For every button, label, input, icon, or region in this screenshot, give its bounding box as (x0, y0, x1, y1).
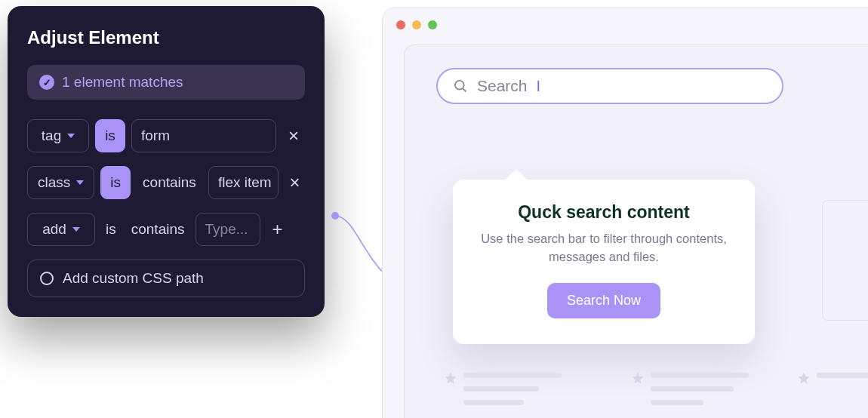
custom-css-label: Add custom CSS path (63, 270, 204, 287)
popover-title: Quck search content (477, 202, 731, 223)
text-cursor-icon: I (537, 78, 541, 95)
star-icon (797, 371, 811, 385)
maximize-dot-icon[interactable] (428, 20, 437, 29)
window-controls (383, 8, 868, 41)
skeleton-line (651, 386, 734, 392)
search-placeholder: Search (477, 77, 528, 95)
search-now-button[interactable]: Search Now (547, 283, 660, 318)
star-icon (444, 371, 457, 385)
match-status-pill: ✓ 1 element matches (27, 65, 305, 100)
minimize-dot-icon[interactable] (412, 20, 421, 29)
attr-value: class (38, 174, 70, 191)
chevron-down-icon (72, 227, 80, 232)
skeleton-line (463, 373, 562, 378)
operator-chip[interactable]: is (100, 166, 131, 199)
attr-dropdown[interactable]: class (27, 166, 94, 199)
adjust-element-panel: Adjust Element ✓ 1 element matches tag i… (8, 6, 325, 317)
skeleton-line (817, 373, 868, 378)
skeleton-line (463, 400, 524, 405)
skeleton-line (651, 400, 703, 405)
panel-title: Adjust Element (27, 27, 305, 48)
operator-chip[interactable]: is (101, 213, 121, 246)
skeleton-line (463, 386, 539, 392)
search-icon (453, 78, 468, 94)
chevron-down-icon (67, 134, 75, 138)
content-area: Search I Quck search content Use the sea… (404, 45, 868, 418)
operator-chip[interactable]: is (95, 119, 125, 152)
rule-row: add is contains Type... + (27, 213, 305, 246)
svg-line-3 (463, 88, 466, 91)
skeleton-line (651, 373, 749, 378)
chevron-down-icon (76, 180, 84, 185)
svg-point-2 (455, 81, 464, 90)
svg-point-0 (331, 212, 339, 220)
rule-row: class is contains flex item × (27, 166, 305, 199)
remove-rule-button[interactable]: × (285, 166, 305, 199)
attr-dropdown[interactable]: tag (27, 119, 89, 152)
star-icon (631, 371, 645, 385)
skeleton-card (822, 200, 868, 321)
add-rule-button[interactable]: + (266, 213, 289, 246)
popover-description: Use the search bar to filter through con… (477, 230, 731, 266)
radio-icon (40, 272, 54, 285)
remove-rule-button[interactable]: × (282, 119, 305, 152)
attr-dropdown[interactable]: add (27, 213, 95, 246)
match-status-text: 1 element matches (62, 74, 183, 91)
search-input[interactable]: Search I (436, 68, 783, 104)
rule-row: tag is form × (27, 119, 305, 152)
browser-window: Search I Quck search content Use the sea… (382, 8, 868, 418)
attr-value: add (42, 221, 66, 238)
match-mode[interactable]: contains (137, 166, 202, 199)
add-custom-css-path-button[interactable]: Add custom CSS path (27, 260, 305, 297)
check-icon: ✓ (39, 75, 54, 90)
close-dot-icon[interactable] (396, 20, 405, 29)
value-input[interactable]: flex item (208, 166, 279, 199)
attr-value: tag (42, 128, 61, 144)
search-popover: Quck search content Use the search bar t… (453, 180, 755, 344)
value-input[interactable]: Type... (195, 213, 260, 246)
match-mode[interactable]: contains (127, 213, 189, 246)
value-input[interactable]: form (131, 119, 276, 152)
